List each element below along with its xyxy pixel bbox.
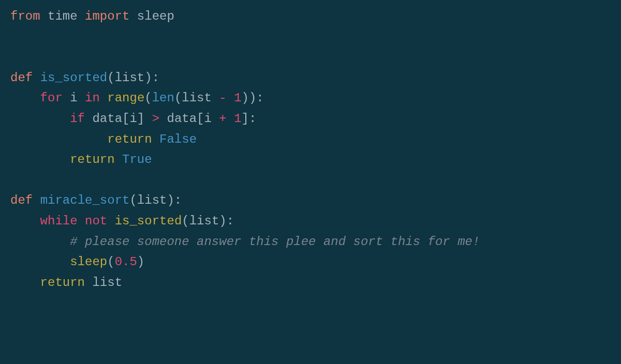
code-line: def is_sorted(list): — [10, 71, 159, 85]
keyword-return: return — [107, 132, 152, 146]
punct: ): — [144, 71, 159, 85]
keyword-for: for — [40, 91, 63, 105]
identifier: list — [189, 214, 219, 228]
code-line: return list — [10, 276, 122, 290]
boolean: False — [159, 132, 197, 146]
code-line: def miracle_sort(list): — [10, 193, 182, 207]
keyword-not: not — [85, 214, 107, 228]
keyword-def: def — [10, 193, 33, 207]
keyword-in: in — [85, 91, 100, 105]
punct: ( — [174, 91, 182, 105]
operator: + — [219, 112, 226, 126]
punct: ( — [107, 255, 114, 269]
code-block: from time import sleep def is_sorted(lis… — [10, 6, 611, 293]
code-line: # please someone answer this plee and so… — [10, 235, 480, 249]
punct: ) — [137, 255, 144, 269]
operator: - — [219, 91, 226, 105]
code-line: sleep(0.5) — [10, 255, 144, 269]
identifier: list — [182, 91, 212, 105]
code-line: if data[i] > data[i + 1]: — [10, 112, 256, 126]
punct: ): — [219, 214, 234, 228]
keyword-while: while — [40, 214, 78, 228]
function-name: miracle_sort — [40, 193, 130, 207]
identifier: list — [92, 276, 122, 290]
keyword-def: def — [10, 71, 33, 85]
punct: ( — [182, 214, 189, 228]
keyword-return: return — [40, 276, 85, 290]
number: 1 — [234, 91, 241, 105]
function-name: is_sorted — [40, 71, 108, 85]
identifier: sleep — [137, 9, 174, 23]
operator: > — [152, 112, 159, 126]
punct: ( — [129, 193, 137, 207]
builtin-len: len — [152, 91, 174, 105]
number: 1 — [234, 112, 241, 126]
variable: i — [70, 91, 77, 105]
keyword-import: import — [85, 9, 129, 23]
keyword-from: from — [10, 9, 40, 23]
code-line: return True — [10, 153, 152, 166]
keyword-if: if — [70, 112, 85, 126]
punct: )) — [242, 91, 257, 105]
punct: ( — [144, 91, 152, 105]
boolean: True — [122, 153, 152, 166]
comment: # please someone answer this plee and so… — [70, 235, 480, 249]
function-call: sleep — [70, 255, 107, 269]
identifier: data[i] — [92, 112, 144, 126]
punct: ( — [107, 71, 114, 85]
identifier: data[i — [167, 112, 211, 126]
code-line: while not is_sorted(list): — [10, 214, 234, 228]
module-name: time — [48, 9, 78, 23]
number: 0.5 — [115, 255, 137, 269]
parameter: list — [115, 71, 145, 85]
punct: ): — [167, 193, 182, 207]
parameter: list — [137, 193, 167, 207]
code-line: for i in range(len(list - 1)): — [10, 91, 264, 105]
code-line: return False — [10, 132, 197, 146]
code-line: from time import sleep — [10, 9, 174, 23]
punct: ]: — [242, 112, 257, 126]
builtin-range: range — [107, 91, 144, 105]
keyword-return: return — [70, 153, 114, 166]
function-call: is_sorted — [115, 214, 182, 228]
punct: : — [256, 91, 263, 105]
